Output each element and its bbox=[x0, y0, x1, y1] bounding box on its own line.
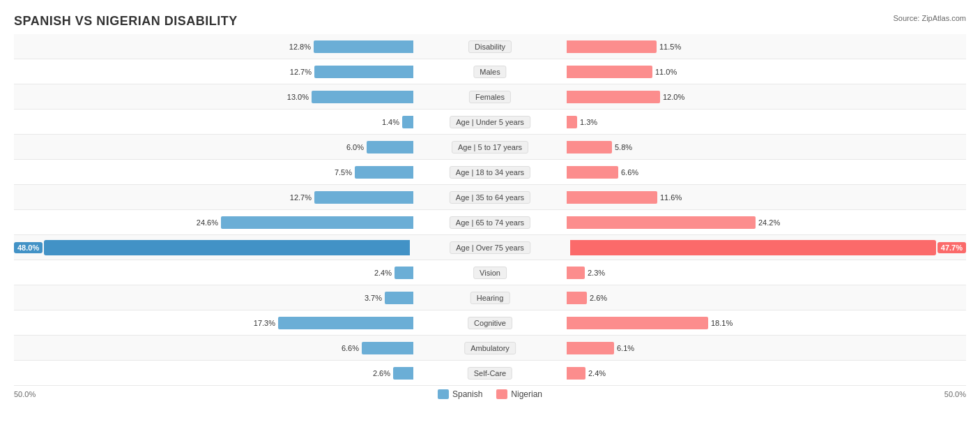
left-section: 12.7% bbox=[14, 185, 490, 209]
left-value: 12.8% bbox=[289, 43, 311, 51]
legend-nigerian: Nigerian bbox=[496, 389, 542, 399]
center-label: Males bbox=[473, 66, 506, 78]
blue-bar bbox=[362, 342, 413, 354]
bar-row: 48.0% Age | Over 75 years 47.7% bbox=[14, 235, 966, 260]
right-section: 11.0% bbox=[490, 59, 966, 84]
blue-bar bbox=[367, 141, 413, 153]
chart-source: Source: ZipAtlas.com bbox=[893, 14, 966, 22]
right-section: 5.8% bbox=[490, 135, 966, 159]
row-inner: 2.6% Self-Care 2.4% bbox=[14, 361, 966, 385]
bar-row: 6.6% Ambulatory 6.1% bbox=[14, 336, 966, 361]
pink-bar bbox=[567, 367, 585, 380]
left-bar-wrapper: 12.7% bbox=[14, 64, 490, 80]
left-section: 48.0% bbox=[14, 235, 490, 260]
center-label: Age | 5 to 17 years bbox=[452, 141, 528, 153]
legend: Spanish Nigerian bbox=[438, 389, 542, 399]
row-inner: 12.7% Males 11.0% bbox=[14, 59, 966, 84]
bar-row: 12.8% Disability 11.5% bbox=[14, 34, 966, 59]
left-bar-wrapper: 6.6% bbox=[14, 340, 490, 356]
right-value: 2.6% bbox=[590, 294, 612, 302]
right-bar-wrapper: 47.7% bbox=[490, 240, 966, 255]
right-section: 18.1% bbox=[490, 310, 966, 335]
right-bar-wrapper: 6.6% bbox=[490, 165, 966, 180]
left-value: 17.3% bbox=[253, 319, 275, 327]
center-label: Hearing bbox=[470, 292, 510, 304]
blue-bar bbox=[44, 240, 410, 255]
left-value: 6.6% bbox=[337, 344, 359, 352]
legend-spanish-label: Spanish bbox=[452, 389, 482, 399]
center-label: Age | Under 5 years bbox=[450, 116, 530, 128]
right-bar-wrapper: 11.0% bbox=[490, 64, 966, 80]
right-value: 5.8% bbox=[615, 143, 637, 151]
legend-blue-icon bbox=[438, 389, 449, 399]
pink-bar bbox=[567, 267, 585, 279]
axis-right: 50.0% bbox=[944, 390, 966, 398]
blue-bar bbox=[395, 267, 413, 279]
right-section: 2.3% bbox=[490, 260, 966, 285]
left-bar-wrapper: 24.6% bbox=[14, 215, 490, 230]
right-section: 2.4% bbox=[490, 361, 966, 385]
blue-bar bbox=[314, 191, 413, 204]
row-inner: 24.6% Age | 65 to 74 years 24.2% bbox=[14, 210, 966, 234]
left-section: 6.0% bbox=[14, 135, 490, 159]
chart-footer: 50.0% 50.0% Spanish Nigerian bbox=[14, 390, 966, 398]
right-bar-wrapper: 2.3% bbox=[490, 265, 966, 280]
right-bar-wrapper: 18.1% bbox=[490, 315, 966, 331]
right-bar-wrapper: 2.6% bbox=[490, 290, 966, 306]
blue-bar bbox=[314, 66, 413, 78]
pink-bar bbox=[567, 342, 614, 354]
left-section: 2.6% bbox=[14, 361, 490, 385]
left-bar-wrapper: 17.3% bbox=[14, 315, 490, 331]
right-value: 18.1% bbox=[711, 319, 733, 327]
pink-bar bbox=[567, 66, 652, 78]
left-section: 1.4% bbox=[14, 110, 490, 134]
bar-row: 2.6% Self-Care 2.4% bbox=[14, 361, 966, 386]
right-bar-wrapper: 12.0% bbox=[490, 89, 966, 105]
row-inner: 12.7% Age | 35 to 64 years 11.6% bbox=[14, 185, 966, 209]
left-value: 13.0% bbox=[286, 93, 309, 101]
row-inner: 1.4% Age | Under 5 years 1.3% bbox=[14, 110, 966, 134]
left-bar-wrapper: 3.7% bbox=[14, 290, 490, 306]
left-section: 2.4% bbox=[14, 260, 490, 285]
right-section: 12.0% bbox=[490, 84, 966, 109]
blue-bar bbox=[402, 116, 413, 128]
right-section: 2.6% bbox=[490, 285, 966, 310]
right-section: 6.1% bbox=[490, 336, 966, 360]
bar-row: 1.4% Age | Under 5 years 1.3% bbox=[14, 110, 966, 135]
axis-left: 50.0% bbox=[14, 390, 36, 398]
blue-bar bbox=[385, 292, 413, 304]
blue-bar bbox=[314, 40, 413, 53]
pink-bar bbox=[567, 40, 657, 53]
right-value: 11.5% bbox=[659, 43, 682, 51]
right-bar-wrapper: 5.8% bbox=[490, 140, 966, 155]
center-label: Cognitive bbox=[468, 317, 512, 329]
blue-bar bbox=[355, 166, 413, 179]
center-label: Age | 65 to 74 years bbox=[450, 216, 530, 229]
left-section: 24.6% bbox=[14, 210, 490, 234]
chart-area: 12.8% Disability 11.5% bbox=[14, 34, 966, 386]
left-section: 7.5% bbox=[14, 160, 490, 184]
right-value: 47.7% bbox=[937, 242, 966, 253]
right-value: 2.4% bbox=[588, 369, 611, 377]
center-label: Disability bbox=[468, 40, 512, 53]
right-bar-wrapper: 11.5% bbox=[490, 39, 966, 54]
center-label: Age | Over 75 years bbox=[450, 241, 530, 254]
right-section: 47.7% bbox=[490, 235, 966, 260]
pink-bar bbox=[567, 116, 577, 128]
row-inner: 3.7% Hearing 2.6% bbox=[14, 285, 966, 310]
legend-pink-icon bbox=[496, 389, 507, 399]
left-value: 7.5% bbox=[330, 168, 352, 177]
left-value: 24.6% bbox=[196, 218, 218, 227]
bar-row: 7.5% Age | 18 to 34 years 6.6% bbox=[14, 160, 966, 185]
left-bar-wrapper: 2.6% bbox=[14, 366, 490, 381]
blue-bar bbox=[393, 367, 413, 380]
left-bar-wrapper: 48.0% bbox=[14, 240, 490, 255]
right-bar-wrapper: 2.4% bbox=[490, 366, 966, 381]
center-label: Age | 35 to 64 years bbox=[450, 191, 530, 204]
row-inner: 2.4% Vision 2.3% bbox=[14, 260, 966, 285]
row-inner: 13.0% Females 12.0% bbox=[14, 84, 966, 109]
right-value: 1.3% bbox=[580, 118, 602, 126]
pink-bar bbox=[567, 216, 756, 229]
row-inner: 7.5% Age | 18 to 34 years 6.6% bbox=[14, 160, 966, 184]
left-value: 3.7% bbox=[360, 294, 382, 302]
